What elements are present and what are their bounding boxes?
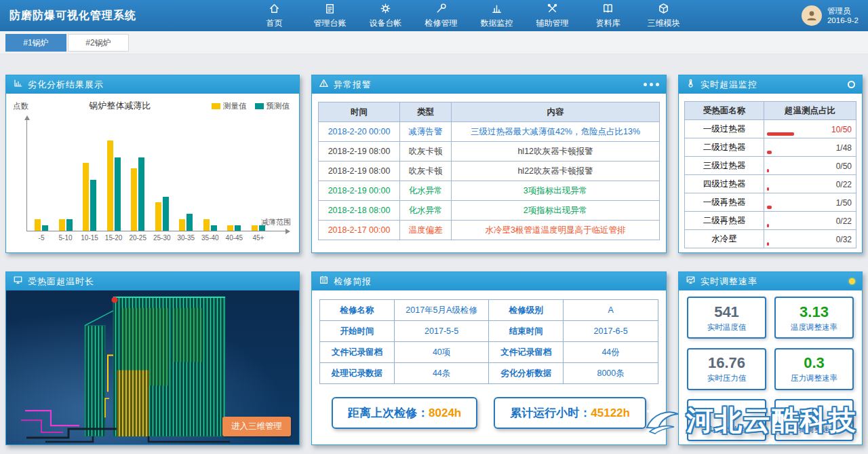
chart-x-axis-label: 减薄范围 — [261, 217, 291, 227]
repair-label: 检修级别 — [489, 300, 564, 321]
stat-label: 负荷调整速率 — [791, 425, 837, 435]
nav-item-ledger[interactable]: 管理台账 — [312, 2, 347, 29]
bar — [42, 225, 48, 231]
alarm-row: 2018-2-20 00:00 减薄告警 三级过热器最大减薄值42%，危险点占比… — [319, 122, 660, 142]
wrench-icon — [435, 2, 448, 17]
bar — [235, 225, 241, 231]
overheat-row: 一级再热器 1/50 — [685, 193, 856, 212]
user-box[interactable]: 管理员 2016-9-2 — [802, 5, 859, 26]
repair-value: 2017-5-5 — [394, 321, 489, 342]
bar — [107, 140, 113, 231]
ring-indicator-icon — [848, 81, 855, 88]
panel-header: 检修简报 — [312, 272, 666, 290]
last-repair-hours: 8024h — [429, 406, 461, 419]
panel-abnormal-alarm: 异常报警 时间 类型 内容 — [311, 75, 667, 253]
nav-item-repair[interactable]: 检修管理 — [423, 2, 458, 29]
total-runtime-button[interactable]: 累计运行小时：45122h — [494, 397, 646, 429]
bar-group: 15-20 — [104, 140, 123, 231]
bar — [90, 180, 96, 231]
surface-value-cell: 0/22 — [764, 175, 856, 193]
chart-legend: 测量值 预测值 — [212, 101, 290, 111]
repair-label: 检修名称 — [320, 300, 395, 321]
boiler-3d-body: 进入三维管理 — [6, 290, 299, 444]
bar — [155, 202, 161, 231]
stat-value: 3.13 — [800, 303, 829, 321]
nav-item-device[interactable]: 设备台帐 — [368, 2, 403, 29]
alarm-type: 减薄告警 — [400, 122, 452, 142]
repair-label: 处理记录数据 — [320, 363, 395, 384]
nav-label: 设备台帐 — [369, 18, 401, 29]
alarm-content: hl22吹灰器卡顿报警 — [452, 162, 660, 181]
panel-header: 受热面超温时长 — [6, 272, 299, 290]
nav-item-3d[interactable]: 三维模块 — [646, 2, 681, 29]
last-repair-button[interactable]: 距离上次检修：8024h — [332, 397, 477, 429]
repair-value: A — [564, 300, 658, 321]
chart-panel-body: 点数 锅炉整体减薄比 测量值 预测值 — [6, 94, 299, 252]
overheat-row: 二级再热器 0/22 — [685, 212, 856, 230]
tab-boiler-1[interactable]: #1锅炉 — [5, 34, 66, 52]
alarm-pagination-dots[interactable] — [644, 83, 659, 86]
surface-name: 四级过热器 — [685, 175, 764, 193]
user-name: 管理员 — [827, 6, 859, 16]
repair-label: 开始时间 — [320, 321, 395, 342]
main-grid: 劣化分析结果展示 点数 锅炉整体减薄比 测量值 预测值 — [0, 54, 868, 445]
bar-category-label: 35-40 — [201, 234, 219, 242]
repair-buttons-row: 距离上次检修：8024h 累计运行小时：45122h — [319, 397, 658, 429]
alarm-header-row: 时间 类型 内容 — [319, 102, 660, 122]
ratio-value: 1/48 — [768, 143, 852, 153]
bar-category-label: 30-35 — [177, 234, 195, 242]
alarm-row: 2018-2-19 08:00 吹灰卡顿 hl12吹灰器卡顿报警 — [319, 142, 660, 162]
nav-item-home[interactable]: 首页 — [256, 2, 292, 29]
overheat-row: 四级过热器 0/22 — [685, 175, 856, 193]
bar-group: 20-25 — [128, 157, 147, 231]
boiler-tabstrip: #1锅炉 #2锅炉 — [0, 31, 868, 54]
bar — [252, 225, 258, 231]
overheat-row: 一级过热器 10/50 — [685, 120, 856, 138]
bar-category-label: 20-25 — [129, 234, 146, 242]
bar-group: 30-35 — [176, 214, 195, 231]
rate-body: 541 实时温度值 3.13 温度调整速率 16.76 实时压力值 0.3 压力… — [679, 290, 862, 444]
bar — [179, 219, 185, 231]
nav-label: 辅助管理 — [536, 18, 568, 29]
bar — [186, 214, 193, 231]
stat-pressure-rate: 0.3 压力调整速率 — [774, 348, 854, 390]
enter-3d-button[interactable]: 进入三维管理 — [222, 417, 291, 436]
bar-group: -5 — [32, 219, 51, 231]
ratio-bar — [767, 151, 772, 154]
bar-category-label: 15-20 — [105, 234, 123, 242]
ratio-value: 0/22 — [768, 216, 852, 226]
nav-item-library[interactable]: 资料库 — [590, 2, 625, 29]
stat-label: 实时负荷值 — [707, 425, 747, 435]
bar-group: 5-10 — [56, 219, 75, 231]
main-nav: 首页 管理台账 设备台帐 检修管理 数据监控 辅助管理 — [150, 2, 788, 29]
alarm-row: 2018-2-19 08:00 吹灰卡顿 hl22吹灰器卡顿报警 — [319, 162, 660, 181]
analysis-chart-icon — [13, 78, 23, 91]
panel-title: 实时调整速率 — [701, 276, 757, 288]
book-icon — [601, 2, 614, 17]
bar — [115, 157, 121, 231]
last-repair-label: 距离上次检修： — [348, 406, 429, 419]
repair-row: 文件记录留档 40项 文件记录留档 44份 — [320, 342, 658, 363]
alarm-time: 2018-2-20 00:00 — [319, 122, 400, 142]
bar-category-label: 45+ — [252, 234, 264, 242]
surface-value-cell: 10/50 — [764, 120, 856, 138]
repair-value: 44份 — [564, 342, 658, 363]
chart-title: 锅炉整体减薄比 — [28, 100, 212, 112]
user-text: 管理员 2016-9-2 — [827, 6, 859, 26]
stat-value: 16.76 — [708, 354, 745, 372]
repair-label: 结束时间 — [489, 321, 564, 342]
alarm-content: 2项指标出现异常 — [452, 201, 660, 221]
tab-boiler-2[interactable]: #2锅炉 — [68, 34, 129, 52]
nav-item-assist[interactable]: 辅助管理 — [534, 2, 570, 29]
stat-temperature: 541 实时温度值 — [687, 297, 766, 339]
nav-item-monitor[interactable]: 数据监控 — [479, 2, 514, 29]
panel-header: 异常报警 — [312, 75, 666, 94]
panel-adjust-rate: 实时调整速率 541 实时温度值 3.13 温度调整速率 16.76 实时压力值… — [678, 271, 863, 445]
repair-label: 文件记录留档 — [489, 342, 564, 363]
bar-chart: -55-1010-1515-2020-2525-3030-3535-4040-4… — [26, 115, 291, 245]
chart-bars: -55-1010-1515-2020-2525-3030-3535-4040-4… — [32, 121, 268, 231]
avatar[interactable] — [802, 5, 822, 26]
stat-pressure: 16.76 实时压力值 — [687, 348, 766, 390]
bar — [211, 225, 217, 231]
ratio-bar — [767, 169, 769, 172]
